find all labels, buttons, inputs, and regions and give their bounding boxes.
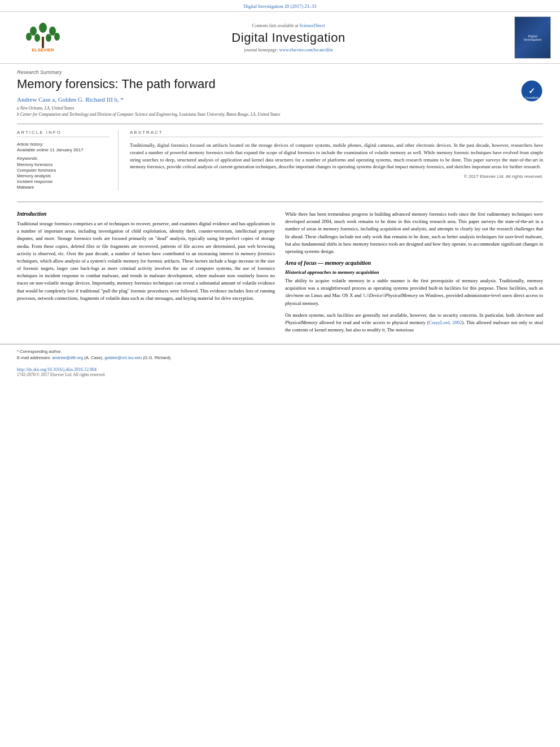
affiliation-b: b Center for Computation and Technology …: [17, 112, 512, 117]
crazylord-ref[interactable]: CrazyLord, 2002: [428, 320, 462, 325]
abstract-text: Traditionally, digital forensics focused…: [130, 142, 543, 171]
svg-text:ELSEVIER: ELSEVIER: [32, 47, 54, 53]
email-b-link[interactable]: golden@cct.lsu.edu: [104, 355, 142, 360]
operating-word: operating: [285, 248, 303, 254]
svg-point-0: [39, 23, 47, 33]
left-column: Introduction Traditional storage forensi…: [17, 211, 275, 338]
doi-link[interactable]: http://dx.doi.org/10.1016/j.diin.2016.12…: [17, 367, 97, 372]
keyword-memory-forensics: Memory forensics: [17, 162, 110, 167]
copyright: © 2017 Elsevier Ltd. All rights reserved…: [130, 174, 543, 179]
affiliation-a: a New Orleans, LA, United States: [17, 106, 512, 111]
svg-point-5: [34, 34, 40, 42]
right-para-2: The ability to acquire volatile memory i…: [285, 277, 543, 307]
issn: 1742-2876/© 2017 Elsevier Ltd. All right…: [17, 372, 543, 377]
email-line: E-mail addresses: andrew@dfir.org (A. Ca…: [17, 355, 543, 360]
right-para-3: On modern systems, such facilities are g…: [285, 312, 543, 334]
history-label: Article history:: [17, 142, 110, 147]
crossmark-badge: ✓ CrossMark: [520, 80, 543, 103]
journal-homepage: journal homepage: www.elsevier.com/locat…: [82, 47, 495, 53]
article-metadata: Research Summary Memory forensics: The p…: [0, 64, 560, 202]
article-info-header: ARTICLE INFO: [17, 130, 110, 137]
main-separator: [17, 202, 543, 202]
svg-point-4: [54, 33, 60, 41]
keywords-label: Keywords:: [17, 156, 110, 161]
journal-cover-image: DigitalInvestigation: [514, 16, 551, 59]
journal-name: Digital Investigation: [82, 30, 495, 45]
available-online: Available online 11 January 2017: [17, 147, 110, 152]
separator: [17, 124, 543, 124]
area-of-focus-title: Area of focus — memory acquisition: [285, 260, 543, 266]
svg-text:CrossMark: CrossMark: [525, 96, 539, 99]
svg-text:✓: ✓: [528, 86, 535, 95]
svg-point-6: [46, 34, 51, 42]
abstract-header: ABSTRACT: [130, 130, 543, 137]
corresponding-note: * Corresponding author.: [17, 349, 543, 354]
journal-cover-area: DigitalInvestigation: [500, 16, 551, 59]
keyword-malware: Malware: [17, 185, 110, 190]
journal-header: ELSEVIER Contents lists available at Sci…: [0, 12, 560, 64]
right-column: While there has been tremendous progress…: [285, 211, 543, 338]
keyword-incident-response: Incident response: [17, 179, 110, 184]
footnotes: * Corresponding author. E-mail addresses…: [0, 344, 560, 364]
keyword-memory-analysis: Memory analysis: [17, 173, 110, 178]
email-a-link[interactable]: andrew@dfir.org: [52, 355, 83, 360]
right-para-1: While there has been tremendous progress…: [285, 211, 543, 255]
crossmark-icon: ✓ CrossMark: [520, 80, 543, 102]
elsevier-tree-logo: ELSEVIER: [18, 21, 68, 55]
keyword-computer-forensics: Computer forensics: [17, 168, 110, 173]
sciencedirect-link[interactable]: ScienceDirect: [300, 23, 325, 28]
research-summary-label: Research Summary: [17, 69, 543, 75]
abstract-column: ABSTRACT Traditionally, digital forensic…: [130, 130, 543, 190]
intro-title: Introduction: [17, 211, 275, 217]
authors: Andrew Case a, Golden G. Richard III b, …: [17, 96, 512, 103]
footer: http://dx.doi.org/10.1016/j.diin.2016.12…: [0, 364, 560, 379]
intro-paragraph: Traditional storage forensics comprises …: [17, 220, 275, 302]
article-info-column: ARTICLE INFO Article history: Available …: [17, 130, 119, 190]
journal-title-area: Contents lists available at ScienceDirec…: [77, 23, 500, 53]
journal-reference: Digital Investigation 20 (2017) 23–33: [0, 0, 560, 12]
elsevier-logo-area: ELSEVIER: [9, 21, 77, 55]
contents-label: Contents lists available at ScienceDirec…: [82, 23, 495, 28]
svg-rect-7: [42, 37, 44, 48]
svg-point-3: [26, 33, 32, 41]
main-body: Introduction Traditional storage forensi…: [0, 211, 560, 338]
article-title: Memory forensics: The path forward: [17, 77, 512, 91]
historical-approaches-title: Historical approaches to memory acquisit…: [285, 269, 543, 275]
article-info-abstract: ARTICLE INFO Article history: Available …: [17, 130, 543, 190]
homepage-url[interactable]: www.elsevier.com/locate/diin: [279, 47, 333, 53]
